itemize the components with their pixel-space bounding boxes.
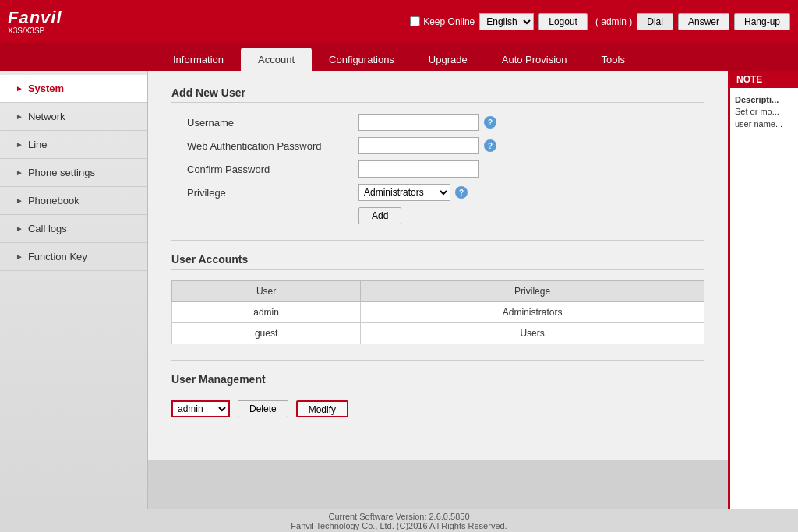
- sidebar-item-function-key[interactable]: ► Function Key: [0, 243, 147, 271]
- web-auth-input[interactable]: [358, 137, 479, 154]
- delete-button[interactable]: Delete: [238, 400, 288, 417]
- dial-button[interactable]: Dial: [637, 13, 673, 30]
- web-auth-help-icon[interactable]: ?: [484, 139, 496, 152]
- divider-2: [171, 360, 704, 361]
- sidebar-item-system[interactable]: ► System: [0, 75, 147, 103]
- content-area: Add New User Username ? Web Authenticati…: [148, 71, 728, 460]
- col-privilege-header: Privilege: [361, 281, 704, 302]
- tab-tools[interactable]: Tools: [584, 48, 642, 71]
- note-panel: NOTE Descripti... Set or mo... user name…: [728, 71, 798, 509]
- privilege-row: Privilege Administrators Users ?: [187, 184, 704, 201]
- sidebar-arrow-line: ►: [16, 140, 23, 149]
- username-help-icon[interactable]: ?: [484, 116, 496, 129]
- modify-button[interactable]: Modify: [296, 400, 348, 417]
- username-row: Username ?: [187, 114, 704, 131]
- logo-fanvil: Fanvil: [8, 8, 62, 28]
- main-layout: ► System ► Network ► Line ► Phone settin…: [0, 71, 798, 509]
- footer-line1: Current Software Version: 2.6.0.5850: [4, 512, 794, 521]
- logout-button[interactable]: Logout: [538, 13, 588, 30]
- table-header-row: User Privilege: [172, 281, 704, 302]
- table-row: admin Administrators: [172, 302, 704, 323]
- user-management-title: User Management: [171, 373, 704, 389]
- privilege-select[interactable]: Administrators Users: [358, 184, 450, 201]
- user-cell-admin: admin: [172, 302, 361, 323]
- col-user-header: User: [172, 281, 361, 302]
- user-management-select[interactable]: admin guest: [171, 400, 230, 417]
- sidebar-label-phonebook: Phonebook: [28, 195, 79, 206]
- divider-1: [171, 240, 704, 241]
- user-cell-guest: guest: [172, 323, 361, 344]
- username-input[interactable]: [358, 114, 479, 131]
- privilege-label: Privilege: [187, 187, 358, 199]
- add-button[interactable]: Add: [358, 207, 401, 224]
- note-title: NOTE: [730, 71, 798, 88]
- sidebar-item-phone-settings[interactable]: ► Phone settings: [0, 159, 147, 187]
- tab-auto-provision[interactable]: Auto Provision: [485, 48, 584, 71]
- footer: Current Software Version: 2.6.0.5850 Fan…: [0, 509, 798, 532]
- user-management-controls: admin guest Delete Modify: [171, 400, 704, 417]
- add-button-row: Add: [187, 207, 704, 224]
- sidebar: ► System ► Network ► Line ► Phone settin…: [0, 71, 148, 509]
- hangup-button[interactable]: Hang-up: [734, 13, 790, 30]
- username-label: Username: [187, 117, 358, 129]
- privilege-help-icon[interactable]: ?: [455, 186, 468, 199]
- keep-online-checkbox[interactable]: [410, 16, 420, 26]
- user-accounts-table: User Privilege admin Administrators gues…: [171, 280, 704, 344]
- privilege-cell-admin: Administrators: [361, 302, 704, 323]
- content-scroll: Add New User Username ? Web Authenticati…: [148, 71, 798, 509]
- sidebar-arrow-system: ►: [16, 84, 23, 93]
- footer-line2: Fanvil Technology Co., Ltd. (C)2016 All …: [4, 521, 794, 530]
- logo: Fanvil X3S/X3SP: [8, 8, 62, 35]
- sidebar-label-phone-settings: Phone settings: [28, 167, 95, 178]
- sidebar-item-phonebook[interactable]: ► Phonebook: [0, 187, 147, 215]
- sidebar-item-call-logs[interactable]: ► Call logs: [0, 215, 147, 243]
- admin-label: ( admin ): [595, 16, 632, 27]
- logo-model: X3S/X3SP: [8, 26, 44, 35]
- privilege-cell-guest: Users: [361, 323, 704, 344]
- web-auth-row: Web Authentication Password ?: [187, 137, 704, 154]
- confirm-pwd-label: Confirm Password: [187, 164, 358, 175]
- web-auth-label: Web Authentication Password: [187, 140, 358, 152]
- header-controls: Keep Online English Logout ( admin ) Dia…: [410, 13, 790, 30]
- sidebar-label-network: Network: [28, 111, 65, 122]
- add-new-user-form: Username ? Web Authentication Password ?…: [187, 114, 704, 224]
- nav-tabs: Information Account Configurations Upgra…: [0, 43, 798, 71]
- sidebar-arrow-call-logs: ►: [16, 224, 23, 233]
- sidebar-item-network[interactable]: ► Network: [0, 103, 147, 131]
- confirm-pwd-input[interactable]: [358, 160, 479, 178]
- add-new-user-title: Add New User: [171, 86, 704, 103]
- content-inner: Add New User Username ? Web Authenticati…: [148, 71, 728, 509]
- sidebar-item-line[interactable]: ► Line: [0, 131, 147, 159]
- sidebar-arrow-function-key: ►: [16, 252, 23, 261]
- answer-button[interactable]: Answer: [678, 13, 729, 30]
- tab-information[interactable]: Information: [156, 48, 241, 71]
- sidebar-label-system: System: [28, 83, 64, 94]
- sidebar-label-line: Line: [28, 139, 48, 150]
- user-accounts-title: User Accounts: [171, 253, 704, 270]
- sidebar-arrow-network: ►: [16, 112, 23, 121]
- sidebar-label-function-key: Function Key: [28, 251, 87, 262]
- keep-online-label: Keep Online: [410, 16, 475, 27]
- sidebar-arrow-phonebook: ►: [16, 196, 23, 205]
- header: Fanvil X3S/X3SP Keep Online English Logo…: [0, 0, 798, 43]
- tab-upgrade[interactable]: Upgrade: [411, 48, 485, 71]
- language-select[interactable]: English: [479, 13, 534, 30]
- tab-account[interactable]: Account: [241, 48, 312, 71]
- sidebar-arrow-phone-settings: ►: [16, 168, 23, 177]
- note-description: Descripti... Set or mo... user name...: [735, 94, 793, 130]
- sidebar-label-call-logs: Call logs: [28, 223, 67, 234]
- confirm-pwd-row: Confirm Password: [187, 160, 704, 178]
- table-row: guest Users: [172, 323, 704, 344]
- tab-configurations[interactable]: Configurations: [312, 48, 411, 71]
